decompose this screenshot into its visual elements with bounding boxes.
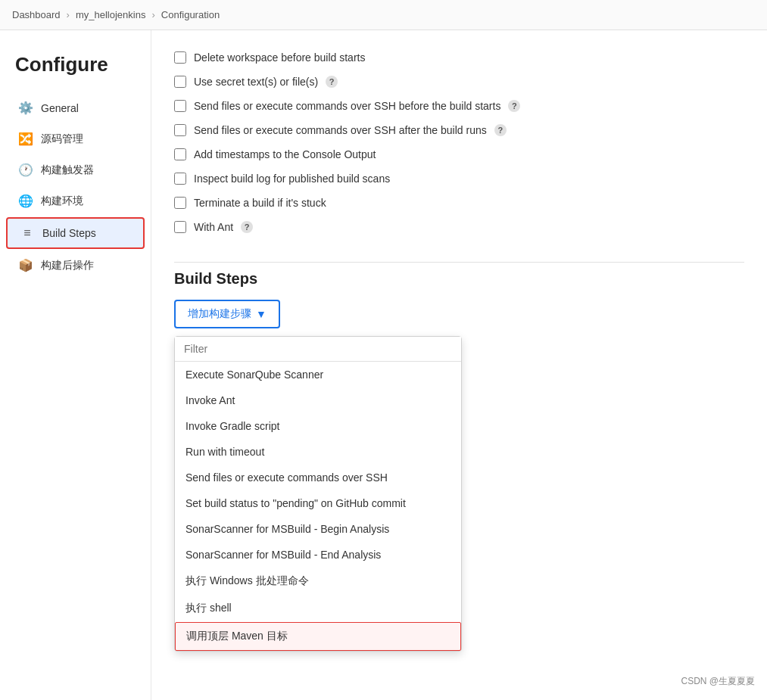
- checkbox-inspect-build-input[interactable]: [174, 173, 186, 185]
- checkbox-with-ant-input[interactable]: [174, 221, 186, 233]
- sidebar-item-source[interactable]: 🔀 源码管理: [6, 124, 145, 154]
- checkbox-ssh-after-label: Send files or execute commands over SSH …: [194, 124, 487, 136]
- add-step-label: 增加构建步骤: [188, 307, 251, 321]
- breadcrumb-dashboard[interactable]: Dashboard: [12, 9, 61, 20]
- sidebar-label-build-steps: Build Steps: [42, 227, 96, 239]
- breadcrumb-project[interactable]: my_hellojenkins: [76, 9, 146, 20]
- checkbox-ssh-after: Send files or execute commands over SSH …: [174, 118, 744, 142]
- dropdown-item-set-status[interactable]: Set build status to "pending" on GitHub …: [175, 490, 461, 516]
- sidebar: Configure ⚙️ General 🔀 源码管理 🕐 构建触发器 🌐 构建…: [0, 30, 151, 700]
- checkbox-with-ant-label: With Ant: [194, 221, 233, 233]
- build-environment-section: Delete workspace before build starts Use…: [174, 45, 744, 239]
- dropdown-filter-input[interactable]: [175, 337, 461, 362]
- sidebar-label-post-build: 构建后操作: [41, 259, 94, 272]
- dropdown-item-invoke-maven[interactable]: 调用顶层 Maven 目标: [175, 622, 461, 651]
- checkbox-terminate: Terminate a build if it's stuck: [174, 191, 744, 215]
- checkbox-terminate-input[interactable]: [174, 197, 186, 209]
- checkbox-use-secret-label: Use secret text(s) or file(s): [194, 76, 318, 88]
- dropdown-item-sonar-begin[interactable]: SonarScanner for MSBuild - Begin Analysi…: [175, 516, 461, 542]
- checkbox-timestamps-input[interactable]: [174, 148, 186, 160]
- section-divider: [174, 262, 744, 263]
- sidebar-item-env[interactable]: 🌐 构建环境: [6, 186, 145, 216]
- build-steps-section: Build Steps 增加构建步骤 ▼ Execute SonarQube S…: [174, 270, 744, 336]
- globe-icon: 🌐: [18, 194, 33, 208]
- steps-icon: ≡: [20, 226, 35, 240]
- dropdown-item-gradle[interactable]: Invoke Gradle script: [175, 413, 461, 439]
- checkbox-timestamps-label: Add timestamps to the Console Output: [194, 148, 376, 160]
- build-steps-title: Build Steps: [174, 270, 744, 288]
- help-icon-with-ant[interactable]: ?: [241, 221, 253, 233]
- breadcrumb: Dashboard › my_hellojenkins › Configurat…: [0, 0, 767, 30]
- watermark: CSDN @生夏夏夏: [681, 675, 755, 688]
- sidebar-item-post-build[interactable]: 📦 构建后操作: [6, 250, 145, 280]
- sidebar-label-env: 构建环境: [41, 194, 83, 208]
- breadcrumb-current: Configuration: [161, 9, 220, 20]
- dropdown-item-windows-batch[interactable]: 执行 Windows 批处理命令: [175, 568, 461, 595]
- sidebar-label-general: General: [41, 102, 79, 114]
- checkbox-ssh-before-label: Send files or execute commands over SSH …: [194, 100, 500, 112]
- breadcrumb-sep-2: ›: [151, 9, 154, 20]
- sidebar-item-general[interactable]: ⚙️ General: [6, 93, 145, 123]
- checkbox-with-ant: With Ant ?: [174, 215, 744, 239]
- checkbox-terminate-label: Terminate a build if it's stuck: [194, 197, 326, 209]
- page-title: Configure: [0, 45, 151, 92]
- checkbox-use-secret: Use secret text(s) or file(s) ?: [174, 70, 744, 94]
- checkbox-timestamps: Add timestamps to the Console Output: [174, 142, 744, 166]
- gear-icon: ⚙️: [18, 101, 33, 115]
- main-content: Delete workspace before build starts Use…: [151, 30, 767, 700]
- checkbox-inspect-build: Inspect build log for published build sc…: [174, 166, 744, 191]
- sidebar-label-source: 源码管理: [41, 132, 83, 146]
- checkbox-delete-workspace-label: Delete workspace before build starts: [194, 51, 365, 64]
- dropdown-item-sonarqube[interactable]: Execute SonarQube Scanner: [175, 362, 461, 387]
- dropdown-item-invoke-ant[interactable]: Invoke Ant: [175, 387, 461, 413]
- post-icon: 📦: [18, 258, 33, 272]
- checkbox-ssh-before: Send files or execute commands over SSH …: [174, 94, 744, 118]
- breadcrumb-sep-1: ›: [67, 9, 70, 20]
- help-icon-ssh-before[interactable]: ?: [508, 100, 520, 112]
- source-icon: 🔀: [18, 132, 33, 146]
- dropdown-item-run-timeout[interactable]: Run with timeout: [175, 439, 461, 465]
- dropdown-menu: Execute SonarQube Scanner Invoke Ant Inv…: [174, 336, 462, 652]
- checkbox-ssh-before-input[interactable]: [174, 100, 186, 112]
- clock-icon: 🕐: [18, 163, 33, 177]
- dropdown-item-sonar-end[interactable]: SonarScanner for MSBuild - End Analysis: [175, 542, 461, 568]
- checkbox-ssh-after-input[interactable]: [174, 124, 186, 136]
- dropdown-item-send-ssh[interactable]: Send files or execute commands over SSH: [175, 465, 461, 490]
- checkbox-delete-workspace-input[interactable]: [174, 51, 186, 64]
- checkbox-delete-workspace: Delete workspace before build starts: [174, 45, 744, 70]
- sidebar-label-trigger: 构建触发器: [41, 163, 94, 177]
- sidebar-item-build-steps[interactable]: ≡ Build Steps: [6, 217, 145, 249]
- help-icon-ssh-after[interactable]: ?: [494, 124, 507, 136]
- add-step-button[interactable]: 增加构建步骤 ▼: [174, 300, 280, 328]
- checkbox-inspect-build-label: Inspect build log for published build sc…: [194, 173, 390, 185]
- dropdown-arrow-icon: ▼: [256, 308, 267, 320]
- checkbox-use-secret-input[interactable]: [174, 76, 186, 88]
- help-icon-use-secret[interactable]: ?: [326, 76, 338, 88]
- sidebar-item-trigger[interactable]: 🕐 构建触发器: [6, 155, 145, 185]
- dropdown-item-execute-shell[interactable]: 执行 shell: [175, 595, 461, 622]
- dropdown-container: 增加构建步骤 ▼ Execute SonarQube Scanner Invok…: [174, 300, 280, 336]
